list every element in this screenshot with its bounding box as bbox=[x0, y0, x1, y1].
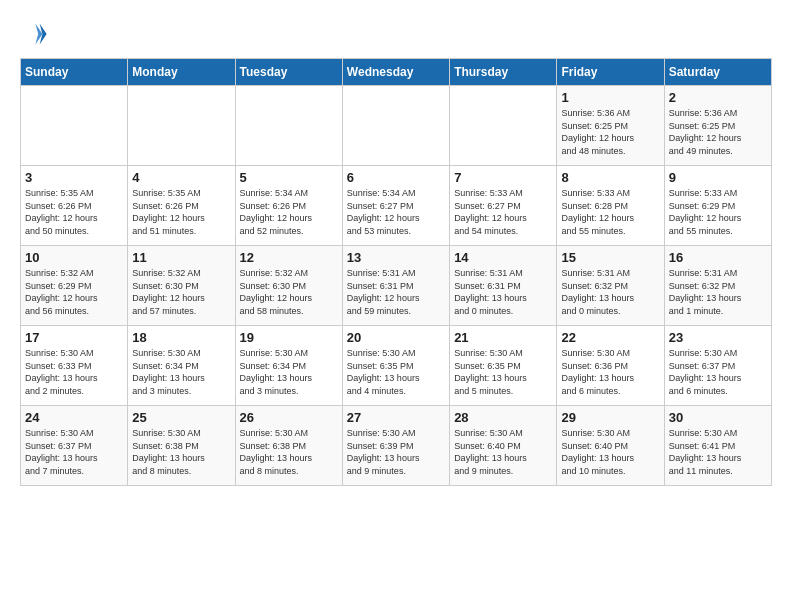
day-number: 16 bbox=[669, 250, 767, 265]
day-info: Sunrise: 5:30 AM Sunset: 6:34 PM Dayligh… bbox=[132, 347, 230, 397]
day-info: Sunrise: 5:30 AM Sunset: 6:34 PM Dayligh… bbox=[240, 347, 338, 397]
calendar-cell: 3Sunrise: 5:35 AM Sunset: 6:26 PM Daylig… bbox=[21, 166, 128, 246]
day-info: Sunrise: 5:30 AM Sunset: 6:35 PM Dayligh… bbox=[454, 347, 552, 397]
day-number: 22 bbox=[561, 330, 659, 345]
calendar-cell: 13Sunrise: 5:31 AM Sunset: 6:31 PM Dayli… bbox=[342, 246, 449, 326]
week-row-4: 24Sunrise: 5:30 AM Sunset: 6:37 PM Dayli… bbox=[21, 406, 772, 486]
calendar-body: 1Sunrise: 5:36 AM Sunset: 6:25 PM Daylig… bbox=[21, 86, 772, 486]
day-number: 17 bbox=[25, 330, 123, 345]
week-row-0: 1Sunrise: 5:36 AM Sunset: 6:25 PM Daylig… bbox=[21, 86, 772, 166]
day-number: 25 bbox=[132, 410, 230, 425]
day-number: 5 bbox=[240, 170, 338, 185]
calendar-cell: 17Sunrise: 5:30 AM Sunset: 6:33 PM Dayli… bbox=[21, 326, 128, 406]
calendar-cell: 11Sunrise: 5:32 AM Sunset: 6:30 PM Dayli… bbox=[128, 246, 235, 326]
day-info: Sunrise: 5:30 AM Sunset: 6:37 PM Dayligh… bbox=[669, 347, 767, 397]
day-number: 18 bbox=[132, 330, 230, 345]
header bbox=[20, 20, 772, 48]
header-monday: Monday bbox=[128, 59, 235, 86]
day-number: 29 bbox=[561, 410, 659, 425]
day-info: Sunrise: 5:33 AM Sunset: 6:28 PM Dayligh… bbox=[561, 187, 659, 237]
day-number: 15 bbox=[561, 250, 659, 265]
day-number: 10 bbox=[25, 250, 123, 265]
week-row-1: 3Sunrise: 5:35 AM Sunset: 6:26 PM Daylig… bbox=[21, 166, 772, 246]
day-info: Sunrise: 5:30 AM Sunset: 6:38 PM Dayligh… bbox=[132, 427, 230, 477]
day-number: 13 bbox=[347, 250, 445, 265]
week-row-2: 10Sunrise: 5:32 AM Sunset: 6:29 PM Dayli… bbox=[21, 246, 772, 326]
header-friday: Friday bbox=[557, 59, 664, 86]
header-saturday: Saturday bbox=[664, 59, 771, 86]
calendar-cell: 2Sunrise: 5:36 AM Sunset: 6:25 PM Daylig… bbox=[664, 86, 771, 166]
day-number: 30 bbox=[669, 410, 767, 425]
day-info: Sunrise: 5:30 AM Sunset: 6:40 PM Dayligh… bbox=[561, 427, 659, 477]
calendar-cell: 10Sunrise: 5:32 AM Sunset: 6:29 PM Dayli… bbox=[21, 246, 128, 326]
day-number: 14 bbox=[454, 250, 552, 265]
day-info: Sunrise: 5:31 AM Sunset: 6:31 PM Dayligh… bbox=[454, 267, 552, 317]
day-info: Sunrise: 5:33 AM Sunset: 6:29 PM Dayligh… bbox=[669, 187, 767, 237]
day-info: Sunrise: 5:32 AM Sunset: 6:29 PM Dayligh… bbox=[25, 267, 123, 317]
header-wednesday: Wednesday bbox=[342, 59, 449, 86]
day-number: 11 bbox=[132, 250, 230, 265]
day-number: 2 bbox=[669, 90, 767, 105]
day-number: 8 bbox=[561, 170, 659, 185]
calendar-cell: 26Sunrise: 5:30 AM Sunset: 6:38 PM Dayli… bbox=[235, 406, 342, 486]
calendar-cell bbox=[450, 86, 557, 166]
calendar-cell: 30Sunrise: 5:30 AM Sunset: 6:41 PM Dayli… bbox=[664, 406, 771, 486]
calendar-cell: 7Sunrise: 5:33 AM Sunset: 6:27 PM Daylig… bbox=[450, 166, 557, 246]
day-number: 7 bbox=[454, 170, 552, 185]
day-info: Sunrise: 5:31 AM Sunset: 6:31 PM Dayligh… bbox=[347, 267, 445, 317]
day-number: 23 bbox=[669, 330, 767, 345]
day-info: Sunrise: 5:35 AM Sunset: 6:26 PM Dayligh… bbox=[132, 187, 230, 237]
day-number: 24 bbox=[25, 410, 123, 425]
day-info: Sunrise: 5:32 AM Sunset: 6:30 PM Dayligh… bbox=[132, 267, 230, 317]
calendar-table: SundayMondayTuesdayWednesdayThursdayFrid… bbox=[20, 58, 772, 486]
day-info: Sunrise: 5:32 AM Sunset: 6:30 PM Dayligh… bbox=[240, 267, 338, 317]
day-info: Sunrise: 5:35 AM Sunset: 6:26 PM Dayligh… bbox=[25, 187, 123, 237]
day-number: 27 bbox=[347, 410, 445, 425]
calendar-cell: 24Sunrise: 5:30 AM Sunset: 6:37 PM Dayli… bbox=[21, 406, 128, 486]
calendar-cell: 9Sunrise: 5:33 AM Sunset: 6:29 PM Daylig… bbox=[664, 166, 771, 246]
day-info: Sunrise: 5:30 AM Sunset: 6:39 PM Dayligh… bbox=[347, 427, 445, 477]
calendar-cell: 29Sunrise: 5:30 AM Sunset: 6:40 PM Dayli… bbox=[557, 406, 664, 486]
logo bbox=[20, 20, 52, 48]
calendar-cell: 8Sunrise: 5:33 AM Sunset: 6:28 PM Daylig… bbox=[557, 166, 664, 246]
day-number: 26 bbox=[240, 410, 338, 425]
day-number: 20 bbox=[347, 330, 445, 345]
calendar-cell: 23Sunrise: 5:30 AM Sunset: 6:37 PM Dayli… bbox=[664, 326, 771, 406]
calendar-cell: 16Sunrise: 5:31 AM Sunset: 6:32 PM Dayli… bbox=[664, 246, 771, 326]
day-number: 12 bbox=[240, 250, 338, 265]
day-number: 6 bbox=[347, 170, 445, 185]
day-info: Sunrise: 5:31 AM Sunset: 6:32 PM Dayligh… bbox=[669, 267, 767, 317]
calendar-cell: 20Sunrise: 5:30 AM Sunset: 6:35 PM Dayli… bbox=[342, 326, 449, 406]
day-info: Sunrise: 5:30 AM Sunset: 6:38 PM Dayligh… bbox=[240, 427, 338, 477]
day-info: Sunrise: 5:30 AM Sunset: 6:33 PM Dayligh… bbox=[25, 347, 123, 397]
header-thursday: Thursday bbox=[450, 59, 557, 86]
calendar-cell: 6Sunrise: 5:34 AM Sunset: 6:27 PM Daylig… bbox=[342, 166, 449, 246]
calendar-cell: 15Sunrise: 5:31 AM Sunset: 6:32 PM Dayli… bbox=[557, 246, 664, 326]
header-row: SundayMondayTuesdayWednesdayThursdayFrid… bbox=[21, 59, 772, 86]
calendar-cell: 5Sunrise: 5:34 AM Sunset: 6:26 PM Daylig… bbox=[235, 166, 342, 246]
calendar-cell: 18Sunrise: 5:30 AM Sunset: 6:34 PM Dayli… bbox=[128, 326, 235, 406]
calendar-cell: 28Sunrise: 5:30 AM Sunset: 6:40 PM Dayli… bbox=[450, 406, 557, 486]
day-number: 9 bbox=[669, 170, 767, 185]
day-info: Sunrise: 5:36 AM Sunset: 6:25 PM Dayligh… bbox=[561, 107, 659, 157]
calendar-header: SundayMondayTuesdayWednesdayThursdayFrid… bbox=[21, 59, 772, 86]
calendar-cell: 21Sunrise: 5:30 AM Sunset: 6:35 PM Dayli… bbox=[450, 326, 557, 406]
calendar-cell: 25Sunrise: 5:30 AM Sunset: 6:38 PM Dayli… bbox=[128, 406, 235, 486]
day-number: 28 bbox=[454, 410, 552, 425]
calendar-cell: 1Sunrise: 5:36 AM Sunset: 6:25 PM Daylig… bbox=[557, 86, 664, 166]
day-info: Sunrise: 5:36 AM Sunset: 6:25 PM Dayligh… bbox=[669, 107, 767, 157]
day-number: 21 bbox=[454, 330, 552, 345]
calendar-cell: 12Sunrise: 5:32 AM Sunset: 6:30 PM Dayli… bbox=[235, 246, 342, 326]
day-info: Sunrise: 5:30 AM Sunset: 6:40 PM Dayligh… bbox=[454, 427, 552, 477]
day-number: 4 bbox=[132, 170, 230, 185]
day-info: Sunrise: 5:31 AM Sunset: 6:32 PM Dayligh… bbox=[561, 267, 659, 317]
calendar-cell bbox=[342, 86, 449, 166]
calendar-cell: 4Sunrise: 5:35 AM Sunset: 6:26 PM Daylig… bbox=[128, 166, 235, 246]
calendar-cell: 27Sunrise: 5:30 AM Sunset: 6:39 PM Dayli… bbox=[342, 406, 449, 486]
day-info: Sunrise: 5:33 AM Sunset: 6:27 PM Dayligh… bbox=[454, 187, 552, 237]
calendar-cell bbox=[128, 86, 235, 166]
day-info: Sunrise: 5:34 AM Sunset: 6:27 PM Dayligh… bbox=[347, 187, 445, 237]
calendar-cell: 14Sunrise: 5:31 AM Sunset: 6:31 PM Dayli… bbox=[450, 246, 557, 326]
day-info: Sunrise: 5:30 AM Sunset: 6:37 PM Dayligh… bbox=[25, 427, 123, 477]
day-info: Sunrise: 5:30 AM Sunset: 6:41 PM Dayligh… bbox=[669, 427, 767, 477]
